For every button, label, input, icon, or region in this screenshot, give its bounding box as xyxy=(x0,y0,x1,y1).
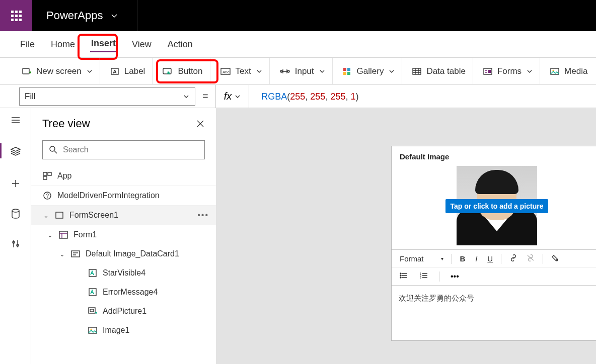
svg-text:?: ? xyxy=(46,193,49,199)
number-list-icon: 123 xyxy=(420,272,428,279)
ribbon-label[interactable]: Label xyxy=(103,58,153,85)
svg-rect-10 xyxy=(347,72,350,75)
rail-advanced-tools[interactable] xyxy=(11,239,20,251)
ribbon-data-table[interactable]: Data table xyxy=(405,58,473,85)
svg-rect-32 xyxy=(89,327,97,333)
svg-rect-11 xyxy=(413,68,421,74)
menu-home[interactable]: Home xyxy=(50,37,76,52)
table-icon xyxy=(412,67,421,75)
svg-rect-25 xyxy=(56,212,63,218)
link-icon xyxy=(509,254,517,261)
tree-item-addpicture[interactable]: AddPicture1 xyxy=(31,302,216,321)
tree-item-form1[interactable]: ⌄ Form1 xyxy=(31,225,216,244)
formula-input[interactable]: RGBA(255, 255, 255, 1) xyxy=(256,91,358,102)
ribbon-forms[interactable]: Forms xyxy=(476,58,540,85)
chevron-down-icon[interactable] xyxy=(110,12,118,20)
tree-item-errormessage[interactable]: ErrorMessage4 xyxy=(31,283,216,302)
svg-rect-7 xyxy=(343,68,346,71)
ribbon-new-screen[interactable]: New screen xyxy=(15,58,100,85)
gallery-icon xyxy=(343,67,352,75)
app-launcher-button[interactable] xyxy=(0,0,32,31)
tree-item-app[interactable]: App xyxy=(31,166,216,186)
svg-rect-1 xyxy=(111,68,118,74)
rail-hamburger[interactable] xyxy=(11,116,21,126)
chevron-down-icon xyxy=(527,68,533,74)
svg-rect-21 xyxy=(48,172,51,175)
ribbon-text[interactable]: Abc Text xyxy=(213,58,270,85)
label-icon xyxy=(110,67,119,76)
new-screen-icon xyxy=(22,67,31,75)
hamburger-icon xyxy=(11,116,21,124)
tree-item-modeldriven[interactable]: ? ModelDrivenFormIntegration xyxy=(31,186,216,206)
chevron-down-icon: ⌄ xyxy=(46,231,53,239)
svg-rect-20 xyxy=(43,172,47,175)
editor-link[interactable] xyxy=(506,253,520,264)
editor-italic[interactable]: I xyxy=(471,253,481,264)
editor-body[interactable]: 欢迎关注罗勇的公众号 xyxy=(392,285,596,340)
rail-data[interactable] xyxy=(11,209,20,221)
media-icon xyxy=(550,67,559,75)
add-picture-banner[interactable]: Tap or click to add a picture xyxy=(445,199,549,213)
more-options[interactable]: ••• xyxy=(197,211,209,220)
editor-clear-format[interactable] xyxy=(548,253,562,264)
chevron-down-icon: ⌄ xyxy=(42,212,49,219)
svg-rect-14 xyxy=(551,68,559,74)
card-title: Default Image xyxy=(392,146,596,164)
menu-file[interactable]: File xyxy=(19,37,36,52)
svg-point-16 xyxy=(12,209,19,212)
svg-rect-31 xyxy=(90,309,94,312)
plus-icon xyxy=(11,178,21,189)
editor-underline[interactable]: U xyxy=(484,253,496,264)
editor-unlink[interactable] xyxy=(524,253,538,264)
form-card[interactable]: Default Image Tap or click to add a pict… xyxy=(391,146,596,341)
tree-search-input[interactable] xyxy=(63,145,198,154)
ribbon-button[interactable]: Button xyxy=(156,58,210,85)
fx-dropdown[interactable]: fx xyxy=(215,85,250,108)
chevron-down-icon xyxy=(87,68,93,74)
svg-point-36 xyxy=(400,277,401,278)
app-icon xyxy=(42,172,52,180)
editor-format-dropdown[interactable]: Format ▾ xyxy=(397,253,446,264)
image-icon xyxy=(88,327,98,334)
tree-item-starvisible[interactable]: StarVisible4 xyxy=(31,263,216,283)
svg-rect-13 xyxy=(488,70,491,73)
menu-insert[interactable]: Insert xyxy=(90,36,117,52)
menu-view[interactable]: View xyxy=(131,37,153,52)
label-icon xyxy=(88,288,98,296)
svg-point-34 xyxy=(400,273,401,274)
form-icon xyxy=(58,231,68,239)
input-icon xyxy=(280,67,290,75)
rail-insert[interactable] xyxy=(11,178,21,191)
svg-rect-8 xyxy=(347,68,350,71)
svg-text:Abc: Abc xyxy=(222,70,230,74)
tree-item-datacard[interactable]: ⌄ Default Image_DataCard1 xyxy=(31,244,216,263)
tree-search[interactable] xyxy=(42,140,205,159)
editor-number-list[interactable]: 123 xyxy=(417,271,431,282)
editor-bullet-list[interactable] xyxy=(397,271,411,282)
datacard-icon xyxy=(70,250,81,257)
caret-down-icon: ▾ xyxy=(441,256,443,261)
chevron-down-icon xyxy=(319,68,325,74)
text-icon: Abc xyxy=(220,67,231,75)
chevron-down-icon xyxy=(389,68,395,74)
tree-item-formscreen[interactable]: ⌄ FormScreen1 ••• xyxy=(31,206,216,225)
chevron-down-icon xyxy=(256,68,262,74)
svg-point-19 xyxy=(50,146,55,151)
tree-view-title: Tree view xyxy=(42,117,90,130)
label-icon xyxy=(88,269,98,277)
rail-tree-view[interactable] xyxy=(10,144,21,160)
app-title: PowerApps xyxy=(46,9,103,22)
svg-rect-26 xyxy=(59,231,67,238)
ribbon-media[interactable]: Media xyxy=(543,58,594,85)
search-icon xyxy=(49,145,58,154)
waffle-icon xyxy=(11,11,22,21)
property-selector[interactable]: Fill xyxy=(19,87,195,106)
editor-more[interactable]: ••• xyxy=(448,271,462,282)
editor-bold[interactable]: B xyxy=(457,253,469,264)
close-icon[interactable] xyxy=(196,119,205,128)
menu-action[interactable]: Action xyxy=(167,37,194,52)
tree-item-image1[interactable]: Image1 xyxy=(31,321,216,340)
ribbon-input[interactable]: Input xyxy=(273,58,333,85)
ribbon-gallery[interactable]: Gallery xyxy=(336,58,403,85)
tools-icon xyxy=(11,239,20,249)
